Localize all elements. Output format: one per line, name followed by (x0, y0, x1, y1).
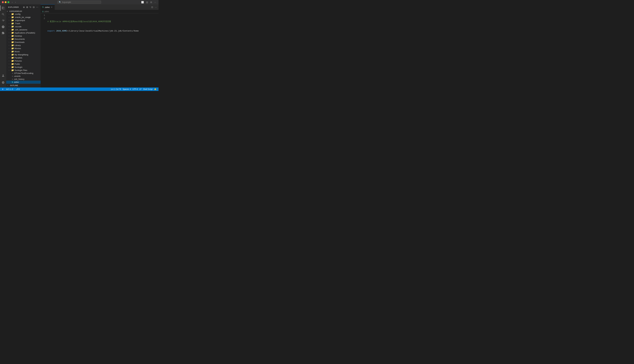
new-file-icon[interactable]: ⊕ (22, 6, 25, 9)
folder-sunlogin-files[interactable]: › 📁 Sunlogin Files (6, 68, 40, 72)
item-label: My WangWang (14, 54, 28, 56)
more-tab-actions-icon[interactable]: ··· (154, 6, 157, 9)
item-label: Desktop (14, 35, 22, 37)
forward-button[interactable]: › (14, 0, 16, 4)
tab-file-icon: $ (42, 6, 44, 8)
back-button[interactable]: ‹ (11, 0, 13, 4)
folder-public[interactable]: › 📁 Public (6, 62, 40, 66)
notifications-status[interactable]: 🔔 (153, 88, 157, 91)
item-label: .CFUserTextEncoding (14, 72, 33, 74)
file-type-icon: ≡ (12, 75, 13, 77)
line-ending-status[interactable]: LF (138, 88, 142, 91)
search-icon[interactable] (0, 12, 6, 17)
arrow-icon: › (9, 32, 11, 34)
file-viminfo[interactable]: ≡ .viminfo (6, 75, 40, 78)
file-zsh-history[interactable]: ≡ .zsh_history (6, 78, 40, 81)
cursor-position[interactable]: Ln 2, Col 76 (110, 88, 122, 91)
folder-zsh-sessions[interactable]: › 📁 .zsh_sessions (6, 28, 40, 31)
arrow-icon: › (9, 13, 11, 15)
more-button[interactable]: ··· (154, 0, 157, 4)
account-icon[interactable] (0, 73, 6, 78)
minimize-button[interactable] (5, 1, 6, 3)
item-label: .zshrc (14, 81, 19, 83)
titlebar: ‹ › 🔍 liuguanglei ⬜ ▥ ⊞ ··· (0, 0, 158, 4)
encoding-status[interactable]: UTF-8 (132, 88, 138, 91)
folder-applications[interactable]: › 📁 Applications (Parallels) (6, 31, 40, 34)
editor-layout-button[interactable]: ▥ (146, 0, 148, 4)
settings-icon[interactable] (0, 80, 6, 85)
folder-icon: 📁 (11, 38, 14, 40)
file-zshrc[interactable]: $ .zshrc (6, 81, 40, 84)
folder-music[interactable]: › 📁 Music (6, 50, 40, 53)
item-label: .viminfo (14, 75, 20, 77)
folder-oracle[interactable]: › 📁 .oracle_jre_usage (6, 16, 40, 19)
tab-label: .zshrc (44, 6, 50, 8)
folder-config[interactable]: › 📁 .config (6, 12, 40, 16)
folder-trash[interactable]: › 📁 .Trash (6, 22, 40, 25)
root-folder-label: LIUGUANGLEI (9, 10, 22, 12)
source-control-count: 0 (18, 88, 20, 90)
folder-vscode[interactable]: › 📁 .vscode (6, 25, 40, 28)
language-label: Shell Script (143, 88, 152, 90)
arrow-icon: › (9, 70, 11, 71)
source-control-status[interactable]: ⎇ 0 (15, 88, 20, 91)
folder-sogou[interactable]: › 📁 .sogouinput (6, 19, 40, 22)
editor-scrollbar[interactable] (157, 13, 158, 88)
arrow-icon: › (9, 44, 11, 46)
language-status[interactable]: Shell Script (142, 88, 153, 91)
line-numbers: 1 2 (40, 13, 47, 88)
folder-icon: 📁 (11, 63, 14, 65)
folder-library[interactable]: › 📁 Library (6, 44, 40, 47)
collapse-icon[interactable]: ⊟ (32, 6, 35, 9)
folder-icon: 📁 (11, 56, 14, 59)
item-label: .Trash (14, 22, 20, 25)
folder-parallels[interactable]: › 📁 Parallels (6, 56, 40, 59)
run-debug-icon[interactable] (0, 24, 6, 30)
folder-icon: 📁 (11, 34, 14, 37)
keyword-export: export (48, 30, 56, 32)
bell-icon: 🔔 (154, 88, 156, 90)
folder-wangwang[interactable]: › 📁 My WangWang (6, 53, 40, 56)
sidebar-toggle-button[interactable]: ⬜ (141, 0, 144, 4)
warning-count: 0 (12, 88, 13, 90)
close-button[interactable] (2, 1, 4, 3)
folder-icon: 📁 (11, 16, 14, 18)
spaces-status[interactable]: Spaces: 4 (122, 88, 132, 91)
split-editor-icon[interactable]: ⊟ (151, 6, 154, 9)
tab-zshrc[interactable]: $ .zshrc × (40, 4, 55, 10)
code-editor[interactable]: # 配置Oracle ARM64位架构macOS版Java21的JAVA_HOM… (47, 13, 149, 88)
file-cfusertextencoding[interactable]: ≡ .CFUserTextEncoding (6, 72, 40, 75)
outline-header[interactable]: › OUTLINE (6, 84, 40, 87)
source-control-icon[interactable] (0, 18, 6, 24)
more-actions-icon[interactable]: ··· (36, 6, 39, 9)
new-folder-icon[interactable]: ⊞ (26, 6, 28, 9)
folder-downloads[interactable]: › 📁 Downloads (6, 40, 40, 44)
search-icon: 🔍 (59, 1, 61, 3)
search-bar[interactable]: 🔍 liuguanglei (58, 0, 101, 4)
arrow-icon: › (9, 48, 11, 49)
file-zshrc-icon: $ (12, 81, 13, 83)
activity-bar-bottom (0, 72, 6, 87)
folder-pictures[interactable]: › 📁 Pictures (6, 59, 40, 62)
extensions-icon[interactable] (0, 30, 6, 36)
refresh-icon[interactable]: ↻ (29, 6, 32, 9)
item-label: .zsh_sessions (14, 28, 27, 31)
folder-icon: 📁 (11, 13, 14, 15)
root-folder[interactable]: ▾ LIUGUANGLEI (6, 10, 40, 12)
explorer-icon[interactable] (0, 5, 6, 11)
status-right: Ln 2, Col 76 Spaces: 4 UTF-8 LF Shell Sc… (110, 88, 157, 91)
tab-close-button[interactable]: × (51, 6, 52, 8)
arrow-icon: › (9, 41, 11, 43)
vscode-badge[interactable]: X (1, 88, 4, 91)
editor-area: $ .zshrc × ⊟ ··· $ .zshrc 1 2 # 配置Oracle… (40, 4, 158, 88)
item-label: Applications (Parallels) (14, 32, 35, 34)
folder-documents[interactable]: › 📁 Documents (6, 38, 40, 40)
folder-icon: 📁 (11, 22, 14, 25)
search-text: liuguanglei (62, 1, 71, 3)
split-editor-button[interactable]: ⊞ (150, 0, 152, 4)
folder-sunlogin[interactable]: › 📁 Sunlogin (6, 66, 40, 68)
maximize-button[interactable] (8, 1, 9, 3)
errors-status[interactable]: ⊗ 0 ⚠ 0 (6, 88, 14, 91)
folder-desktop[interactable]: › 📁 Desktop (6, 34, 40, 38)
folder-movies[interactable]: › 📁 Movies (6, 47, 40, 50)
